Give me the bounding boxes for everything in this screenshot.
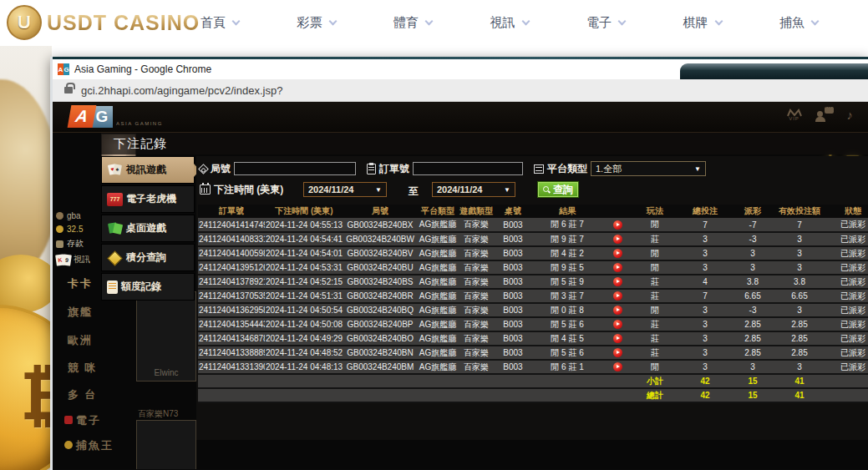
dropdown-arrow-icon: ▼ — [694, 165, 701, 173]
background-window-edge — [680, 63, 868, 79]
cell-order: 241124041408331 — [198, 232, 265, 246]
cell-payout: -7 — [733, 218, 773, 232]
cell-result: 閒 5 莊 6 — [532, 317, 602, 331]
dropdown-arrow-icon: ▼ — [504, 186, 510, 194]
cell-play: 閒 — [632, 260, 678, 275]
table-games-icon — [107, 222, 123, 235]
cell-video — [602, 346, 632, 360]
platform-filter: 平台類型 1.全部 ▼ — [534, 161, 706, 176]
ag-logo-a: A — [68, 105, 97, 128]
menu-item-slot-machines[interactable]: 777 電子老虎機 — [101, 185, 195, 213]
menu-item-table-games[interactable]: 桌面遊戲 — [101, 215, 195, 242]
cell-round: GB00324B240BP — [343, 317, 417, 331]
cell-play: 莊 — [632, 275, 678, 289]
total-row-label: 總計421541 — [198, 388, 868, 402]
cell-platform: AG旗艦廳 — [417, 246, 459, 260]
popup-urlbar[interactable]: gci.2hhapi.com/agingame/pcv2/index.jsp? — [53, 79, 868, 102]
cell-game — [459, 388, 494, 402]
col-header: 訂單號 — [198, 205, 265, 218]
cell-result: 閒 6 莊 1 — [532, 360, 602, 374]
order-number-input[interactable] — [413, 162, 523, 175]
play-video-icon[interactable] — [613, 362, 622, 371]
play-video-icon[interactable] — [613, 220, 622, 230]
play-video-icon[interactable] — [613, 320, 622, 329]
cell-video — [602, 374, 632, 388]
cell-video — [602, 317, 632, 331]
play-video-icon[interactable] — [613, 235, 622, 244]
cell-time: 2024-11-24 04:54:41 — [265, 232, 343, 246]
slot-machine-icon: 777 — [107, 193, 123, 206]
play-video-icon[interactable] — [613, 348, 622, 357]
table-row: 2411240414005982024-11-24 04:54:01GB0032… — [198, 246, 868, 260]
cell-video — [602, 331, 632, 346]
lobby-menu-multi: 多 台 — [68, 387, 98, 402]
date-from-select[interactable]: 2024/11/24 ▼ — [303, 182, 387, 197]
cell-status: 已派彩 — [826, 275, 868, 289]
cell-video — [602, 289, 632, 303]
menu-item-credit-records[interactable]: 額度記錄 — [101, 273, 195, 301]
cell-time: 2024-11-24 04:49:29 — [265, 331, 343, 346]
cell-status: 已派彩 — [826, 360, 868, 374]
chevron-down-icon — [425, 18, 434, 26]
cell-order: 241124041346878 — [198, 331, 265, 346]
site-logo[interactable]: U USDT CASINO — [7, 5, 200, 40]
order-filter: 訂單號 — [367, 161, 523, 176]
menu-item-live-games[interactable]: ♥♠ 視訊遊戲 — [101, 156, 195, 184]
cell-table_no: B003 — [494, 246, 532, 260]
nav-item-home[interactable]: 首頁 — [201, 15, 239, 31]
play-video-icon[interactable] — [613, 306, 622, 315]
cell-total_bet: 42 — [678, 374, 733, 388]
nav-item-sports[interactable]: 體育 — [393, 15, 432, 31]
vip-crown-icon[interactable]: VIP — [787, 109, 802, 121]
cell-total_bet: 3 — [678, 260, 733, 275]
ag-page: A G ASIA GAMING VIP ♪ — [53, 102, 868, 469]
bitcoin-symbol: ₿ — [20, 356, 52, 435]
search-button[interactable]: 查詢 — [537, 181, 579, 198]
play-video-icon[interactable] — [613, 277, 622, 286]
customer-service-icon[interactable] — [815, 107, 834, 122]
round-number-input[interactable] — [234, 162, 356, 175]
cell-round: GB00324B240BS — [343, 275, 417, 289]
promo-art-strip: ₿ — [0, 46, 52, 470]
platform-type-select[interactable]: 1.全部 ▼ — [591, 161, 706, 176]
date-to-select[interactable]: 2024/11/24 ▼ — [432, 182, 515, 197]
cell-order: 241124041338889 — [198, 346, 265, 360]
cell-payout: 3.8 — [733, 275, 773, 289]
cell-status: 已派彩 — [826, 218, 868, 232]
bet-records-table: 訂單號下注時間 (美東)局號平台類型遊戲類型桌號結果玩法總投注派彩有效投注額狀態… — [198, 205, 868, 403]
nav-item-slots[interactable]: 電子 — [586, 15, 625, 31]
music-note-icon[interactable]: ♪ — [847, 108, 854, 122]
bet-time-filter-label: 下注時間 (美東) — [200, 182, 287, 197]
cell-total_bet: 3 — [678, 303, 733, 317]
nav-item-cards[interactable]: 棋牌 — [683, 15, 722, 31]
popup-titlebar[interactable]: AG Asia Gaming - Google Chrome — [53, 59, 868, 79]
nav-item-fishing[interactable]: 捕魚 — [779, 15, 818, 31]
cell-round — [343, 374, 417, 388]
coin-icon — [56, 225, 63, 233]
play-video-icon[interactable] — [613, 249, 622, 258]
menu-item-points-inquiry[interactable]: 積分查詢 — [101, 244, 195, 271]
nav-item-lottery[interactable]: 彩票 — [297, 15, 336, 31]
cell-platform — [417, 388, 459, 402]
play-video-icon[interactable] — [613, 291, 622, 301]
cell-result — [532, 374, 602, 388]
play-video-icon[interactable] — [613, 334, 622, 343]
col-header: 平台類型 — [417, 205, 459, 218]
table-row: 2411240413544432024-11-24 04:50:08GB0032… — [198, 317, 868, 331]
cell-video — [602, 360, 632, 374]
ag-logo[interactable]: A G ASIA GAMING — [69, 105, 163, 128]
cell-order: 241124041354443 — [198, 317, 265, 331]
cell-platform: AG旗艦廳 — [417, 360, 459, 374]
chevron-down-icon — [232, 18, 241, 26]
col-header: 局號 — [343, 205, 417, 218]
cell-platform: AG旗艦廳 — [417, 218, 459, 232]
cell-video — [602, 388, 632, 402]
chevron-down-icon — [811, 18, 820, 26]
cell-result: 閒 4 莊 2 — [532, 246, 602, 260]
nav-item-live[interactable]: 視訊 — [490, 15, 529, 31]
cell-status: 已派彩 — [826, 289, 868, 303]
search-icon — [543, 186, 551, 194]
panel-title-bar: 下注記錄 — [101, 133, 868, 154]
play-video-icon[interactable] — [613, 263, 622, 272]
cell-table_no: B003 — [494, 260, 532, 275]
